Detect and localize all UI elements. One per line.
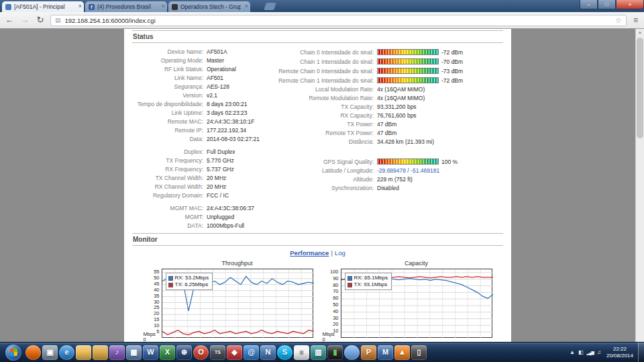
back-button[interactable]: ←: [4, 14, 15, 26]
scroll-up-icon[interactable]: ▲: [636, 29, 644, 36]
field-value: -73 dBm: [377, 66, 463, 76]
tray-volume-icon[interactable]: ♫: [597, 349, 601, 356]
skype-icon[interactable]: S: [277, 345, 292, 360]
vlc-icon[interactable]: ▲: [394, 345, 410, 360]
folder-icon[interactable]: [76, 345, 91, 360]
notepad-icon[interactable]: ≡: [294, 345, 309, 360]
new-tab-button[interactable]: [264, 3, 276, 10]
firefox-icon[interactable]: [25, 345, 41, 360]
field-value: 4x (16QAM MIMO): [377, 94, 425, 103]
log-link[interactable]: Log: [335, 249, 345, 257]
globe-icon-glyph: ⊕: [181, 349, 187, 356]
field-value-text: AES-128: [207, 83, 229, 90]
status-row: Distância:34.428 km (21.393 mi): [266, 138, 503, 146]
documents-folder-icon[interactable]: [93, 345, 108, 360]
monitor-app-icon[interactable]: ▯: [411, 345, 427, 360]
messenger-icon[interactable]: @: [244, 345, 259, 360]
field-value: AF501: [207, 74, 223, 83]
facebook-favicon: f: [89, 4, 95, 10]
field-value-text: Operational: [207, 66, 236, 73]
tray-app-icon[interactable]: ◧: [578, 349, 584, 356]
field-value-text: 8 days 23:00:21: [207, 101, 248, 107]
messenger-icon-glyph: @: [248, 349, 255, 356]
media-player-icon[interactable]: ♪: [109, 345, 125, 360]
address-bar[interactable]: ▤ 192.168.254.16:60000/index.cgi ☆: [50, 15, 627, 26]
control-panel-icon[interactable]: ▦: [126, 345, 142, 360]
performance-link[interactable]: Performance: [290, 249, 329, 257]
forward-button[interactable]: →: [19, 14, 30, 26]
field-label: Device Name:: [132, 48, 203, 56]
status-row: Remote Modulation Rate:4x (16QAM MIMO): [266, 94, 503, 103]
app-n-icon[interactable]: N: [260, 345, 276, 360]
globe-icon[interactable]: ⊕: [176, 345, 192, 360]
tray-expand-icon[interactable]: ▲: [570, 349, 575, 356]
ie-icon[interactable]: e: [59, 345, 74, 360]
field-label: Remote Chain 0 Intensidade do sinal:: [266, 66, 374, 76]
field-label: TX Power:: [266, 120, 374, 129]
excel-icon[interactable]: X: [160, 345, 175, 360]
computer-icon[interactable]: ▣: [42, 345, 58, 360]
field-value-text: 3 days 02:23:23: [207, 109, 248, 116]
monitor-section-title: Monitor: [132, 233, 503, 246]
y-tick-label: 40: [154, 287, 159, 293]
field-label: Remote IP:: [132, 126, 203, 135]
reload-button[interactable]: ↻: [35, 14, 46, 26]
rx-series-swatch: [347, 276, 352, 281]
taskbar-clock[interactable]: 22:22 20/08/2014: [606, 346, 633, 359]
signal-strength-bar: [377, 49, 439, 55]
word-icon-glyph: W: [147, 349, 154, 356]
maximize-button[interactable]: □: [598, 0, 616, 9]
show-desktop-button[interactable]: [638, 343, 644, 362]
browser-tab[interactable]: [AF501A] - Principal×: [2, 1, 84, 12]
tray-network-icon[interactable]: ▂▄▆: [586, 349, 593, 356]
url-text[interactable]: 192.168.254.16:60000/index.cgi: [65, 17, 612, 24]
window-controls: – □ ×: [580, 0, 644, 9]
y-axis-unit-label: Mbps 0: [144, 332, 160, 342]
field-value: 177.222.192.34: [207, 126, 246, 135]
tab-close-icon[interactable]: ×: [78, 3, 82, 10]
chrome-icon[interactable]: [344, 345, 360, 360]
tab-close-icon[interactable]: ×: [245, 3, 248, 10]
minimize-button[interactable]: –: [580, 0, 598, 9]
security-icon[interactable]: ◆: [227, 345, 242, 360]
bookmark-star-icon[interactable]: ☆: [615, 16, 622, 25]
status-row: TX Capacity:93,331,200 bps: [266, 103, 503, 111]
field-value-text: 47 dBm: [377, 121, 396, 128]
close-button[interactable]: ×: [616, 0, 644, 9]
field-value-text: 20 MHz: [207, 175, 226, 181]
coordinates-link[interactable]: -29.689478 / -51.469181: [377, 167, 439, 174]
remote-desktop-icon[interactable]: ▥: [311, 345, 326, 360]
throughput-chart: Throughput555045403530252015105Mbps 0RX:…: [144, 260, 313, 338]
mail-icon[interactable]: M: [378, 345, 393, 360]
clock-date: 20/08/2014: [606, 353, 633, 359]
field-label: Remote Modulation Rate:: [266, 94, 374, 103]
ie-icon-glyph: e: [64, 349, 68, 356]
browser-titlebar: [AF501A] - Principal×f(4) Provedores Bra…: [0, 0, 644, 12]
field-value: Full Duplex: [207, 148, 235, 156]
field-value-text: 47 dBm: [377, 130, 396, 136]
monitor-links: Performance|Log: [132, 246, 503, 259]
field-label: Remote MAC:: [132, 118, 203, 126]
scrollbar-thumb[interactable]: [637, 38, 643, 138]
mail-icon-glyph: M: [382, 349, 388, 356]
menu-icon[interactable]: ≡: [631, 15, 640, 25]
field-value: 1000Mbps-Full: [207, 222, 244, 230]
status-row: MGMT MAC:24:A4:3C:38:06:37: [132, 204, 266, 213]
y-tick-label: 60: [333, 296, 338, 301]
word-icon[interactable]: W: [143, 345, 158, 360]
paint-icon[interactable]: P: [361, 345, 376, 360]
teamspeak-icon[interactable]: TS: [210, 345, 225, 360]
field-value: AES-128: [207, 83, 229, 91]
field-value-text: AF501: [207, 75, 223, 81]
y-tick-label: 30: [154, 300, 159, 305]
console-icon[interactable]: ▮: [327, 345, 343, 360]
browser-tab[interactable]: f(4) Provedores Brasil×: [85, 1, 167, 12]
start-button[interactable]: [5, 345, 21, 361]
field-label: Chain 0 Intensidade do sinal:: [266, 48, 374, 57]
page-scrollbar[interactable]: ▲: [635, 29, 644, 342]
tab-close-icon[interactable]: ×: [162, 3, 165, 10]
chart-plot: RX: 65.1MbpsTX: 93.1Mbps: [341, 269, 492, 338]
field-label: Synchronization:: [266, 184, 374, 193]
opera-icon[interactable]: O: [193, 345, 209, 360]
browser-tab[interactable]: Operadora Stech - Grupo×: [168, 1, 250, 12]
